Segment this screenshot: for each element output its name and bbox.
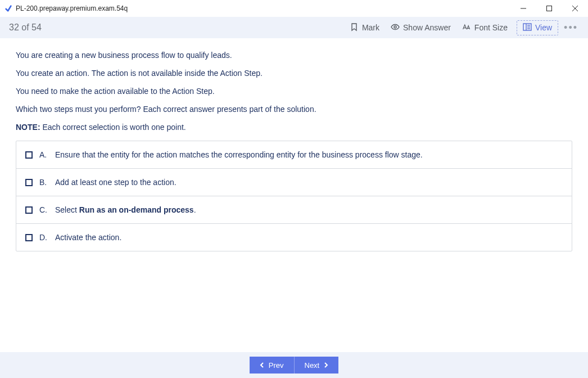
answer-list: A. Ensure that the entity for the action… [16, 141, 572, 251]
answer-option-c[interactable]: C. Select Run as an on-demand process. [16, 196, 572, 223]
svg-point-4 [394, 26, 396, 28]
window-maximize-button[interactable] [536, 0, 562, 17]
answer-option-a[interactable]: A. Ensure that the entity for the action… [16, 141, 572, 168]
option-letter: C. [39, 205, 48, 214]
note-label: NOTE: [16, 123, 40, 132]
option-letter: D. [39, 233, 48, 242]
bookmark-icon [350, 22, 359, 33]
window-close-button[interactable] [562, 0, 588, 17]
option-letter: A. [39, 150, 48, 159]
option-text: Ensure that the entity for the action ma… [55, 150, 423, 159]
option-text: Add at least one step to the action. [55, 178, 177, 187]
window-title: PL-200.prepaway.premium.exam.54q [16, 4, 128, 12]
footer-nav: Prev Next [0, 352, 588, 378]
svg-rect-1 [547, 6, 552, 11]
eye-icon [391, 22, 400, 33]
answer-option-d[interactable]: D. Activate the action. [16, 223, 572, 251]
option-letter: B. [39, 178, 48, 187]
checkbox-icon[interactable] [25, 234, 33, 241]
checkbox-icon[interactable] [25, 151, 33, 159]
note-text: Each correct selection is worth one poin… [40, 123, 186, 132]
chevron-right-icon [324, 361, 328, 370]
question-paragraph: Which two steps must you perform? Each c… [16, 105, 572, 114]
font-size-label: Font Size [474, 23, 508, 32]
app-icon [4, 4, 12, 12]
chevron-left-icon [260, 361, 264, 370]
show-answer-button[interactable]: Show Answer [385, 20, 456, 35]
more-button[interactable]: ••• [558, 22, 581, 34]
font-size-button[interactable]: Font Size [456, 20, 513, 35]
option-text: Select Run as an on-demand process. [55, 205, 196, 214]
question-paragraph: You create an action. The action is not … [16, 69, 572, 78]
view-button[interactable]: View [517, 20, 558, 35]
prev-label: Prev [269, 361, 284, 370]
view-icon [523, 22, 532, 33]
mark-button[interactable]: Mark [344, 20, 385, 35]
question-counter: 32 of 54 [9, 22, 42, 33]
question-area: You are creating a new business process … [0, 38, 588, 352]
answer-option-b[interactable]: B. Add at least one step to the action. [16, 168, 572, 196]
mark-label: Mark [362, 23, 379, 32]
next-button[interactable]: Next [295, 357, 339, 374]
question-paragraph: You need to make the action available to… [16, 87, 572, 96]
prev-button[interactable]: Prev [250, 357, 295, 374]
next-label: Next [305, 361, 320, 370]
window-minimize-button[interactable] [510, 0, 536, 17]
toolbar: 32 of 54 Mark Show Answer Font Size View… [0, 17, 588, 38]
checkbox-icon[interactable] [25, 206, 33, 214]
checkbox-icon[interactable] [25, 179, 33, 186]
font-size-icon [462, 22, 471, 33]
title-bar: PL-200.prepaway.premium.exam.54q [0, 0, 588, 17]
view-label: View [535, 23, 552, 32]
question-note: NOTE: Each correct selection is worth on… [16, 123, 572, 132]
option-text: Activate the action. [55, 233, 121, 242]
show-answer-label: Show Answer [403, 23, 451, 32]
question-paragraph: You are creating a new business process … [16, 51, 572, 60]
